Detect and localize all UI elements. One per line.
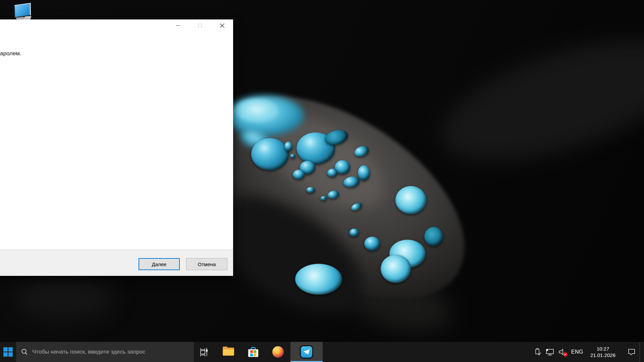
clock-time: 10:27 [590,346,615,352]
close-button[interactable] [211,19,233,32]
wallpaper-bokeh [13,275,114,322]
wizard-dialog: аролем. Далее Отмена [0,19,233,276]
water-droplet [284,141,292,152]
water-droplet [320,196,327,201]
next-button[interactable]: Далее [139,258,180,270]
microsoft-store-button[interactable] [241,342,266,362]
cancel-button[interactable]: Отмена [186,258,227,270]
window-caption-buttons [167,19,233,32]
wallpaper-blur-drop-core [235,99,278,122]
firefox-icon [272,346,284,358]
water-droplet [395,186,426,214]
water-droplet [306,187,315,193]
water-droplet [424,227,443,246]
telegram-icon [300,345,313,359]
action-center-button[interactable] [627,348,636,356]
system-tray: ✕ ENG 10:27 21.01.2026 [534,342,644,362]
water-droplet [381,255,411,283]
pinned-apps [191,342,323,362]
maximize-button-disabled [189,19,211,32]
firefox-button[interactable] [266,342,290,362]
water-droplet [350,229,359,237]
wallpaper-bokeh [428,16,644,184]
taskbar-search[interactable] [16,342,194,362]
network-ethernet-icon[interactable] [545,348,554,356]
language-indicator[interactable]: ENG [570,349,585,355]
volume-muted-badge: ✕ [563,352,568,357]
microsoft-store-icon [248,347,258,357]
water-droplet [364,237,380,251]
water-droplet [290,154,296,159]
taskbar: ✕ ENG 10:27 21.01.2026 [0,342,644,362]
desktop: аролем. Далее Отмена [0,0,644,362]
water-droplet [251,138,289,170]
task-view-icon [198,347,209,357]
dialog-body-text: аролем. [0,50,21,57]
dialog-footer: Далее Отмена [0,249,233,276]
taskbar-clock[interactable]: 10:27 21.01.2026 [588,346,618,358]
this-pc-monitor-icon [14,3,31,18]
water-droplet [293,170,305,180]
volume-muted-icon[interactable]: ✕ [558,348,566,356]
clock-date: 21.01.2026 [590,352,615,358]
search-icon [21,348,28,356]
action-center-icon [627,348,636,356]
minimize-button[interactable] [167,19,189,32]
water-droplet [295,264,342,295]
show-desktop-button[interactable] [640,342,641,362]
minimize-icon [176,25,180,26]
search-input[interactable] [32,348,186,356]
maximize-icon [198,24,202,27]
start-button[interactable] [0,342,16,362]
task-view-button[interactable] [191,342,216,362]
close-icon [220,23,225,28]
desktop-icon-this-pc[interactable] [13,2,33,21]
file-explorer-button[interactable] [216,342,241,362]
water-droplet [327,169,337,177]
file-explorer-icon [223,348,234,356]
telegram-button-active[interactable] [290,342,323,362]
usb-device-icon[interactable] [534,348,541,356]
windows-logo-icon [3,347,13,357]
water-droplet [358,165,370,181]
